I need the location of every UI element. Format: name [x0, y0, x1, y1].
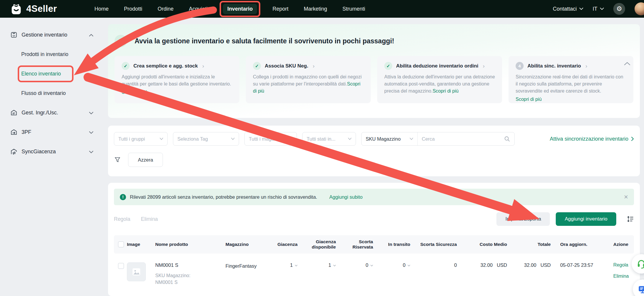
activate-inventory-sync-link[interactable]: Attiva sincronizzazione inventario [550, 136, 634, 142]
col-totale: Totale [510, 242, 554, 247]
avg-cost-value: 32.00 [480, 262, 493, 268]
clear-filters-button[interactable]: Azzera [128, 153, 163, 167]
column-settings-icon[interactable] [626, 215, 634, 223]
sidebar-item-prodotti-in-inventario[interactable]: Prodotti in inventario [0, 45, 102, 64]
chevron-down-icon [579, 8, 583, 10]
top-navbar: 4Seller Home Prodotti Ordine Acquisti In… [0, 0, 644, 18]
col-nome-prodotto: Nome prodotto [152, 242, 223, 247]
col-scorta-riservata: Scorta Riservata [339, 239, 376, 250]
search-input[interactable] [418, 136, 504, 142]
nav-item-report[interactable]: Report [265, 0, 296, 18]
status-filter-value: Tutti stati in... [307, 136, 336, 142]
chevron-right-icon: › [585, 63, 587, 69]
tag-filter-dropdown[interactable]: Seleziona Tag [173, 132, 239, 146]
search-type-dropdown[interactable]: SKU Magazzino [362, 132, 418, 145]
learn-more-link[interactable]: Scopri di più [433, 88, 459, 93]
total-value: 32.00 [524, 262, 536, 268]
contact-dropdown[interactable]: Contattaci [553, 6, 583, 12]
sidebar-item-label: SyncGiacenza [22, 149, 56, 155]
funnel-filter-icon[interactable] [114, 156, 121, 163]
sidebar-item-flusso-di-inventario[interactable]: Flusso di inventario [0, 83, 102, 103]
step-body: Collega i prodotti in magazzino con quel… [253, 74, 362, 86]
chevron-down-icon [160, 138, 163, 140]
nav-item-home[interactable]: Home [87, 0, 116, 18]
step-title: Crea semplice e agg. stock [133, 63, 198, 69]
safety-stock-cell: 0 [413, 262, 460, 268]
inventory-banner-icon [115, 35, 127, 47]
step-title: Associa SKU Neg. [265, 63, 308, 69]
chevron-down-icon[interactable] [89, 110, 93, 116]
add-inventory-button[interactable]: Aggiungi inventario [556, 212, 616, 226]
warehouse-filter-dropdown[interactable]: Tutti i maga... [244, 132, 297, 146]
step-card-4[interactable]: 4 Abilita sinc. inventario › Sincronizza… [509, 56, 633, 103]
product-image-placeholder[interactable] [127, 262, 146, 281]
row-checkbox[interactable] [118, 263, 124, 269]
search-icon[interactable] [504, 136, 514, 142]
col-giacenza: Giacenza [272, 242, 300, 247]
chevron-down-icon[interactable] [89, 149, 93, 155]
product-name[interactable]: NM0001 S [155, 262, 220, 268]
inventory-table: Image Nome prodotto Magazzino Giacenza G… [114, 235, 634, 296]
row-rule-link[interactable]: Regola [613, 262, 631, 268]
sidebar-item-elenco-inventario[interactable]: Elenco inventario [0, 64, 102, 83]
step-card-3[interactable]: ✓ Abilita deduzione inventario ordini › … [377, 56, 502, 103]
alert-text: Rilevati 28099 articoli senza inventario… [130, 194, 317, 200]
chevron-up-icon[interactable] [89, 32, 93, 38]
user-avatar[interactable] [635, 2, 644, 15]
language-dropdown[interactable]: IT [593, 6, 604, 12]
warehouse-arrow-icon [10, 128, 18, 136]
close-icon[interactable]: × [624, 193, 628, 200]
sidebar: Gestione inventario Prodotti in inventar… [0, 18, 102, 296]
bulk-delete-button[interactable]: Elimina [141, 216, 158, 222]
select-all-checkbox[interactable] [118, 241, 124, 247]
sidebar-item-gest-ingr-usc[interactable]: Gest. Ingr./Usc. [0, 103, 102, 122]
add-now-link[interactable]: Aggiungi subito [329, 194, 363, 200]
warehouse-name: FingerFantasy [225, 262, 260, 270]
total-cell: 32.00 USD [510, 262, 554, 268]
sidebar-item-gestione-inventario[interactable]: Gestione inventario [0, 25, 102, 45]
check-circle-icon: ✓ [253, 62, 261, 70]
chevron-right-icon: › [483, 63, 485, 69]
row-actions: Regola Elimina [606, 262, 634, 279]
chevron-down-icon[interactable] [295, 265, 298, 267]
status-filter-dropdown[interactable]: Tutti stati in... [302, 132, 356, 146]
nav-item-inventario[interactable]: Inventario [215, 0, 265, 18]
settings-gear-icon[interactable]: ⚙ [613, 3, 625, 15]
chevron-down-icon[interactable] [89, 129, 93, 135]
sidebar-item-syncgiacenza[interactable]: SyncGiacenza [0, 142, 102, 161]
available-value: 1 [328, 262, 331, 268]
collapse-banner-chevron-up-icon[interactable] [624, 61, 630, 67]
import-export-button[interactable]: Importa/Esporta [496, 212, 550, 226]
nav-item-prodotti[interactable]: Prodotti [116, 0, 150, 18]
chevron-right-icon: › [313, 63, 314, 69]
available-cell: 1 [300, 262, 339, 268]
learn-more-link[interactable]: Scopri di più [122, 89, 232, 96]
sidebar-item-3pf[interactable]: 3PF [0, 122, 102, 142]
banner-title: Avvia la gestione inventario e saluta fa… [135, 37, 394, 45]
learn-more-link[interactable]: Scopri di più [516, 96, 626, 103]
reserved-value: 0 [366, 262, 368, 268]
product-sku-value: NM0001 S [155, 280, 178, 285]
nav-item-marketing[interactable]: Marketing [296, 0, 335, 18]
nav-item-acquisti[interactable]: Acquisti [181, 0, 215, 18]
chevron-down-icon[interactable] [370, 265, 373, 267]
product-sku-label: SKU Magazzino: [155, 273, 190, 278]
col-image: Image [124, 242, 152, 247]
safety-stock-value: 0 [454, 262, 457, 268]
sidebar-item-label: 3PF [22, 129, 31, 135]
contact-label: Contattaci [553, 6, 577, 12]
col-ora-aggiorn: Ora aggiorn. [554, 242, 606, 247]
chevron-down-icon[interactable] [408, 265, 410, 267]
nav-item-ordine[interactable]: Ordine [150, 0, 181, 18]
nav-item-strumenti[interactable]: Strumenti [335, 0, 373, 18]
group-filter-dropdown[interactable]: Tutti i gruppi [114, 132, 168, 146]
logo[interactable]: 4Seller [10, 2, 81, 16]
chevron-down-icon[interactable] [333, 265, 336, 267]
step-card-1[interactable]: ✓ Crea semplice e agg. stock › Aggiungi … [115, 56, 239, 103]
logo-bag-icon [10, 2, 22, 16]
step-card-2[interactable]: ✓ Associa SKU Neg. › Collega i prodotti … [246, 56, 371, 103]
row-delete-link[interactable]: Elimina [613, 274, 631, 279]
step-body: Sincronizzazione real-time dei dati di i… [516, 74, 623, 93]
missing-inventory-alert: ! Rilevati 28099 articoli senza inventar… [114, 189, 634, 205]
bulk-rule-button[interactable]: Regola [114, 216, 130, 222]
